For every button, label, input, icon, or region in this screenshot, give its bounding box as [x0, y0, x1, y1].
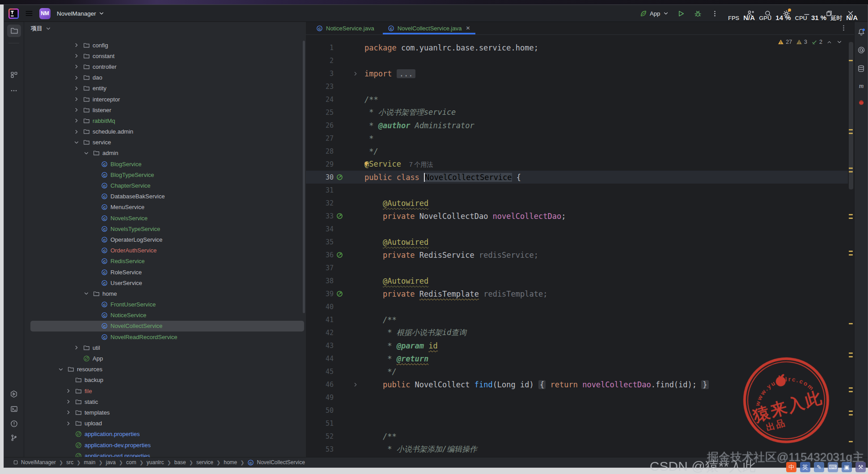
passed-count[interactable]: 2 [811, 39, 822, 45]
tree-item-NovelsTypeService[interactable]: CNovelsTypeService [24, 223, 306, 234]
breadcrumb-java[interactable]: java [106, 459, 116, 466]
warning-stripe-mark[interactable] [849, 411, 853, 412]
project-scrollbar[interactable] [303, 41, 305, 313]
tab-NoticeService.java[interactable]: CNoticeService.java [311, 22, 379, 34]
code-line-28[interactable]: 28 */ [306, 145, 848, 158]
tree-item-ChapterService[interactable]: CChapterService [24, 180, 306, 191]
fold-region-icon[interactable] [352, 382, 359, 388]
code-line-36[interactable]: 36 private RedisService redisService; [306, 248, 848, 261]
chevron-right-icon[interactable] [65, 409, 75, 415]
code-line-41[interactable]: 41 /** [306, 313, 848, 326]
ime-key-2[interactable]: ✎ [814, 462, 824, 472]
warning-stripe-mark[interactable] [849, 441, 853, 442]
run-button[interactable] [677, 5, 685, 22]
warning-stripe-mark[interactable] [849, 323, 853, 324]
tree-item-App[interactable]: App [24, 353, 306, 364]
chevron-right-icon[interactable] [73, 117, 83, 124]
chevron-right-icon[interactable] [73, 85, 83, 92]
code-line-34[interactable]: 34 [306, 222, 848, 235]
tree-item-MenuService[interactable]: CMenuService [24, 202, 306, 213]
code-line-2[interactable]: 2 [306, 54, 848, 67]
ime-key-3[interactable]: ⌨ [828, 462, 838, 472]
code-line-42[interactable]: 42 * 根据小说书架id查询 [306, 326, 848, 339]
tree-item-dao[interactable]: dao [24, 72, 306, 83]
tree-item-OperaterLogService[interactable]: COperaterLogService [24, 234, 306, 245]
ime-key-0[interactable]: 中 [786, 462, 796, 472]
warning-stripe-mark[interactable] [849, 133, 853, 134]
breadcrumb-yuanlrc[interactable]: yuanlrc [147, 459, 164, 466]
code-line-29[interactable]: 29@Service7 个用法 [306, 158, 848, 171]
code-line-33[interactable]: 33 private NovelCollectDao novelCollectD… [306, 210, 848, 222]
chevron-right-icon[interactable] [73, 75, 83, 81]
project-panel-header[interactable]: 项目 [24, 22, 306, 35]
chevron-down-icon[interactable] [83, 290, 93, 297]
tree-item-interceptor[interactable]: interceptor [24, 94, 306, 105]
spring-bean-icon[interactable] [336, 290, 343, 297]
tree-item-FrontUserService[interactable]: CFrontUserService [24, 299, 306, 310]
warning-stripe-mark[interactable] [849, 171, 853, 172]
warning-stripe-mark[interactable] [849, 214, 853, 215]
tree-item-NovelCollectService[interactable]: CNovelCollectService [30, 321, 304, 331]
code-line-32[interactable]: 32 @Autowired [306, 197, 848, 210]
tree-item-templates[interactable]: templates [24, 407, 306, 418]
project-avatar[interactable]: NM [39, 8, 51, 19]
warning-stripe-mark[interactable] [849, 168, 853, 169]
breadcrumb-com[interactable]: com [126, 459, 136, 466]
tree-item-application-prd.properties[interactable]: application-prd.properties [24, 450, 306, 457]
spring-bean-icon[interactable] [336, 213, 343, 219]
chevron-right-icon[interactable] [73, 344, 83, 351]
tree-item-NovelReadRecordService[interactable]: CNovelReadRecordService [24, 331, 306, 342]
breadcrumb-main[interactable]: main [84, 459, 95, 466]
chevron-down-icon[interactable] [73, 139, 83, 146]
breadcrumb-NovelCollectService[interactable]: CNovelCollectService [247, 459, 305, 466]
tree-item-backup[interactable]: backup [24, 375, 306, 386]
tab-NovelCollectService.java[interactable]: CNovelCollectService.java✕ [383, 22, 475, 34]
tree-item-RedisService[interactable]: CRedisService [24, 256, 306, 267]
debug-button[interactable] [694, 5, 702, 22]
code-line-24[interactable]: 24/** [306, 93, 848, 106]
stripe-tool-window-run[interactable] [4, 390, 24, 398]
tree-item-static[interactable]: static [24, 396, 306, 407]
tree-item-BlogTypeService[interactable]: CBlogTypeService [24, 169, 306, 180]
code-line-37[interactable]: 37 [306, 261, 848, 274]
chevron-right-icon[interactable] [73, 53, 83, 59]
chevron-down-icon[interactable] [83, 150, 93, 156]
warning-stripe-mark[interactable] [849, 254, 853, 256]
code-line-30[interactable]: 30public class NovelCollectService { [306, 171, 848, 184]
spring-bean-icon[interactable] [336, 252, 343, 258]
code-line-38[interactable]: 38 @Autowired [306, 274, 848, 287]
chevron-right-icon[interactable] [73, 42, 83, 48]
code-line-27[interactable]: 27 * [306, 132, 848, 145]
warning-stripe-mark[interactable] [849, 251, 853, 252]
tree-item-BlogService[interactable]: CBlogService [24, 159, 306, 169]
stripe-tool-window-maven[interactable]: m [855, 82, 868, 90]
tree-item-UserService[interactable]: CUserService [24, 277, 306, 288]
ime-key-4[interactable]: ▣ [842, 462, 852, 472]
warning-stripe-mark[interactable] [849, 414, 853, 415]
chevron-right-icon[interactable] [73, 129, 83, 135]
stripe-tool-window-structure[interactable] [4, 71, 24, 79]
tree-item-rabbitMq[interactable]: rabbitMq [24, 115, 306, 126]
code-line-3[interactable]: 3import ... [306, 67, 848, 80]
stripe-tool-window-problems[interactable] [4, 420, 24, 428]
warning-stripe-mark[interactable] [849, 391, 853, 392]
stripe-tool-window-terminal[interactable] [4, 405, 24, 413]
code-line-35[interactable]: 35 @Autowired [306, 235, 848, 248]
warning-stripe-mark[interactable] [849, 60, 853, 61]
tree-item-upload[interactable]: upload [24, 418, 306, 429]
code-line-43[interactable]: 43 * @param id [306, 339, 848, 352]
ime-key-1[interactable]: 英 [800, 462, 810, 472]
tree-item-constant[interactable]: constant [24, 50, 306, 61]
tree-item-DatabaseBakService[interactable]: CDatabaseBakService [24, 191, 306, 202]
tab-close-icon[interactable]: ✕ [466, 25, 470, 31]
inspections-widget[interactable]: 2732 [778, 39, 843, 45]
tree-item-listener[interactable]: listener [24, 105, 306, 115]
tree-item-RoleService[interactable]: CRoleService [24, 267, 306, 277]
more-actions-button[interactable] [711, 5, 718, 22]
warning-stripe-mark[interactable] [849, 352, 853, 354]
chevron-right-icon[interactable] [65, 420, 75, 427]
stripe-tool-window-database[interactable] [855, 65, 868, 72]
chevron-right-icon[interactable] [73, 107, 83, 113]
tree-item-service[interactable]: service [24, 137, 306, 148]
warning-stripe-mark[interactable] [849, 387, 853, 389]
